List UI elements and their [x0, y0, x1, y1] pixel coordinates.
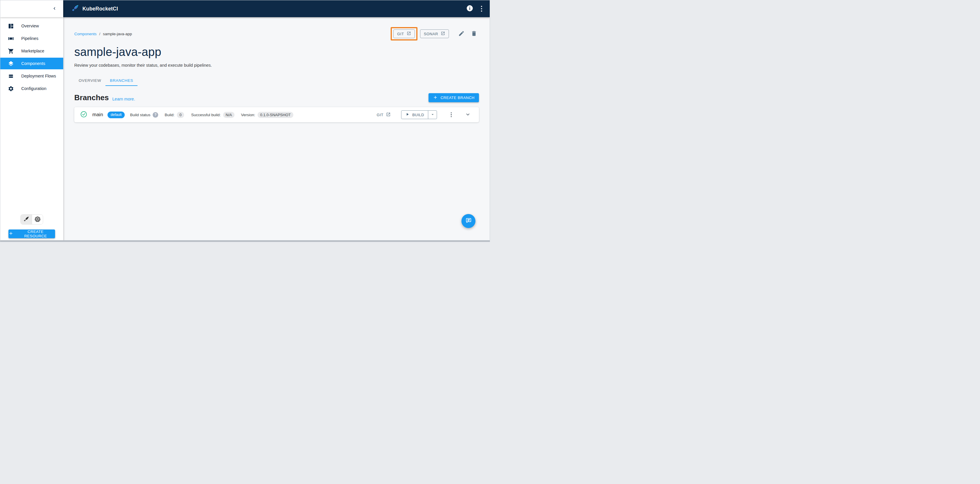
create-resource-label: CREATE RESOURCE [16, 230, 55, 238]
flows-icon [8, 73, 14, 79]
create-branch-button[interactable]: CREATE BRANCH [428, 93, 479, 102]
create-branch-label: CREATE BRANCH [441, 95, 474, 100]
breadcrumb-components-link[interactable]: Components [74, 32, 97, 36]
trash-icon [471, 30, 477, 38]
branch-row-info: main default Build status ? Build: 0 Suc… [80, 111, 293, 119]
branch-name: main [92, 112, 103, 117]
sidebar-item-configuration[interactable]: Configuration [0, 83, 63, 94]
pencil-icon [458, 30, 465, 38]
git-button[interactable]: GIT [393, 29, 415, 38]
info-icon [466, 5, 473, 13]
build-count-badge: 0 [177, 112, 184, 118]
build-count-group: Build: 0 [165, 112, 184, 118]
breadcrumb-separator: / [99, 32, 100, 36]
default-badge: default [108, 111, 125, 118]
tabs: OVERVIEW BRANCHES [74, 75, 479, 86]
kubernetes-icon [34, 216, 41, 223]
sidebar-item-label: Pipelines [21, 36, 38, 41]
sidebar-item-label: Overview [21, 24, 39, 28]
branch-row-main: main default Build status ? Build: 0 Suc… [74, 107, 479, 122]
version-badge: 0.1.0-SNAPSHOT [258, 112, 293, 118]
breadcrumb-current: sample-java-app [103, 32, 132, 36]
sidebar-item-overview[interactable]: Overview [0, 20, 63, 32]
successful-build-badge: N/A [223, 112, 235, 118]
sidebar: Overview Pipelines Marketplace Component… [0, 0, 63, 242]
sonar-button[interactable]: SONAR [420, 29, 449, 38]
topbar-actions [466, 5, 482, 13]
overflow-menu-button[interactable] [481, 6, 482, 12]
sidebar-footer: CREATE RESOURCE [0, 214, 63, 238]
learn-more-link[interactable]: Learn more. [113, 97, 135, 102]
build-label: Build: [165, 113, 175, 117]
window-bottom-edge [0, 240, 490, 242]
play-icon [405, 112, 410, 117]
caret-down-icon [430, 112, 435, 117]
chat-fab-button[interactable] [461, 214, 476, 228]
sidebar-item-label: Configuration [21, 86, 46, 91]
build-button-label: BUILD [412, 113, 424, 117]
sidebar-item-label: Marketplace [21, 49, 44, 53]
branch-expand-button[interactable] [463, 110, 473, 119]
kebab-icon [481, 6, 482, 7]
main-content: Components / sample-java-app GIT SONAR [63, 17, 490, 242]
git-button-highlight: GIT [391, 27, 417, 40]
version-label: Version: [241, 113, 255, 117]
tab-branches[interactable]: BRANCHES [105, 75, 137, 86]
cart-icon [8, 48, 14, 54]
git-link-label: GIT [377, 113, 383, 117]
page-description: Review your codebases, monitor their sta… [74, 63, 479, 68]
app-title: KubeRocketCI [83, 6, 118, 12]
chevron-left-icon [52, 6, 57, 12]
success-check-icon [80, 111, 88, 119]
build-button[interactable]: BUILD [401, 111, 428, 119]
edit-button[interactable] [457, 29, 466, 39]
version-group: Version: 0.1.0-SNAPSHOT [241, 112, 293, 118]
external-link-icon [386, 112, 391, 117]
plus-icon [433, 95, 438, 101]
branches-section-header: Branches Learn more. CREATE BRANCH [74, 93, 479, 102]
branch-row-actions: GIT BUILD [377, 110, 473, 119]
breadcrumb: Components / sample-java-app [74, 32, 132, 36]
successful-build-label: Successful build: [191, 113, 221, 117]
kuberocketci-app: Overview Pipelines Marketplace Component… [0, 0, 490, 242]
pipelines-icon [8, 35, 14, 42]
kebab-icon [451, 113, 452, 117]
toggle-kuberocketci-button[interactable] [21, 215, 32, 224]
create-resource-button[interactable]: CREATE RESOURCE [8, 230, 55, 238]
sonar-button-label: SONAR [424, 32, 438, 36]
help-icon[interactable]: ? [153, 112, 158, 117]
sidebar-nav: Overview Pipelines Marketplace Component… [0, 17, 63, 94]
sidebar-item-label: Deployment Flows [21, 74, 56, 78]
external-link-icon [407, 31, 411, 36]
dashboard-icon [8, 23, 14, 29]
delete-button[interactable] [469, 29, 479, 39]
sidebar-item-pipelines[interactable]: Pipelines [0, 33, 63, 44]
sidebar-item-label: Components [21, 61, 45, 66]
sidebar-collapse-button[interactable] [50, 4, 59, 13]
kuberocketci-logo-icon [72, 4, 79, 13]
cluster-toggle-group [21, 214, 43, 225]
sidebar-item-marketplace[interactable]: Marketplace [0, 45, 63, 57]
toggle-kubernetes-button[interactable] [32, 215, 43, 224]
app-logo[interactable]: KubeRocketCI [72, 4, 118, 13]
sidebar-header [0, 0, 63, 17]
sidebar-item-deployment-flows[interactable]: Deployment Flows [0, 70, 63, 82]
build-status-label: Build status [130, 113, 150, 117]
layers-icon [8, 60, 14, 67]
git-button-label: GIT [397, 32, 404, 36]
build-options-button[interactable] [428, 111, 437, 119]
kuberocketci-logo-icon [23, 216, 29, 223]
branches-heading: Branches [74, 93, 109, 102]
branch-menu-button[interactable] [447, 110, 456, 119]
tab-overview[interactable]: OVERVIEW [74, 75, 105, 86]
external-link-icon [441, 31, 445, 36]
sidebar-item-components[interactable]: Components [0, 58, 63, 69]
info-button[interactable] [466, 5, 473, 13]
gear-icon [8, 85, 14, 92]
branch-git-link[interactable]: GIT [377, 112, 391, 117]
build-status-group: Build status ? [130, 112, 158, 117]
chevron-down-icon [465, 111, 471, 119]
top-app-bar: KubeRocketCI [63, 0, 490, 17]
plus-icon [8, 231, 13, 237]
page-actions: GIT SONAR [391, 27, 479, 40]
